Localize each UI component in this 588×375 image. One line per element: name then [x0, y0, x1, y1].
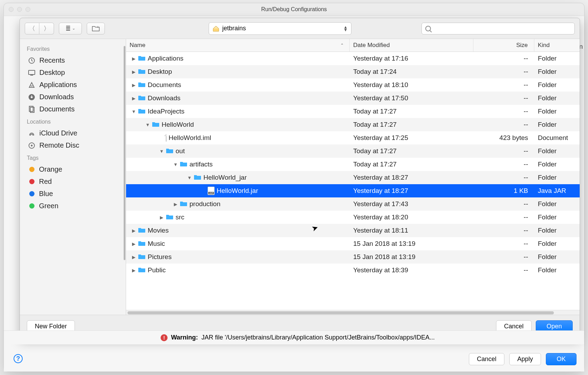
row-icon: [194, 174, 201, 182]
file-size: 1 KB: [473, 187, 534, 195]
file-kind: Document: [534, 134, 580, 142]
outer-cancel-button[interactable]: Cancel: [469, 353, 504, 365]
search-box[interactable]: [421, 23, 575, 34]
file-row[interactable]: ▼IdeaProjectsToday at 17:27--Folder: [126, 105, 580, 118]
file-name: HelloWorld: [162, 121, 194, 128]
sidebar-item-label: Red: [39, 178, 52, 186]
file-kind: Folder: [534, 121, 580, 128]
disclosure-triangle-icon[interactable]: ▼: [173, 162, 178, 167]
svg-rect-2: [29, 70, 35, 75]
file-row[interactable]: ▶Pictures15 Jan 2018 at 13:19--Folder: [126, 250, 580, 264]
chevron-updown-icon: ▲▼: [343, 26, 348, 31]
file-kind: Folder: [534, 161, 580, 168]
disclosure-triangle-icon[interactable]: ▼: [132, 109, 136, 114]
column-date[interactable]: Date Modified: [350, 39, 473, 52]
nav-back-button[interactable]: 〈: [25, 23, 39, 34]
file-row[interactable]: ▶ApplicationsYesterday at 17:16--Folder: [126, 52, 580, 65]
column-name[interactable]: Name ⌃: [126, 39, 350, 52]
disclosure-triangle-icon[interactable]: ▼: [160, 149, 164, 154]
row-icon: [138, 108, 146, 116]
outer-body: n 〈 〉 ≣ ⌄ +: [4, 16, 584, 372]
outer-apply-button[interactable]: Apply: [509, 353, 541, 365]
file-row[interactable]: HelloWorld.imlYesterday at 17:25423 byte…: [126, 131, 580, 144]
sidebar-item-documents[interactable]: Documents: [25, 103, 126, 115]
sidebar-icon: [28, 142, 36, 149]
file-size: --: [473, 174, 534, 181]
column-kind[interactable]: Kind: [534, 39, 580, 52]
file-row[interactable]: ▶productionYesterday at 17:43--Folder: [126, 197, 580, 211]
disclosure-triangle-icon[interactable]: ▶: [132, 56, 136, 61]
nav-forward-button[interactable]: 〉: [39, 23, 54, 34]
file-row[interactable]: ▶PublicYesterday at 18:39--Folder: [126, 264, 580, 277]
disclosure-triangle-icon[interactable]: ▶: [132, 83, 136, 88]
sidebar-item-icloud-drive[interactable]: iCloud Drive: [25, 127, 126, 139]
file-date: Yesterday at 18:27: [350, 187, 473, 195]
location-popup[interactable]: jetbrains ▲▼: [209, 22, 351, 35]
disclosure-triangle-icon[interactable]: ▶: [132, 96, 136, 101]
sidebar-icon: [28, 130, 36, 137]
row-icon: [166, 134, 167, 142]
jar-icon: [208, 187, 215, 195]
file-date: Yesterday at 18:39: [350, 266, 473, 274]
file-open-sheet: 〈 〉 ≣ ⌄ + jetbrains ▲▼: [20, 18, 580, 338]
file-size: --: [473, 213, 534, 221]
file-kind: Folder: [534, 68, 580, 76]
file-size: --: [473, 200, 534, 208]
help-icon[interactable]: ?: [14, 354, 23, 363]
disclosure-triangle-icon[interactable]: ▶: [160, 215, 164, 220]
sidebar-item-remote-disc[interactable]: Remote Disc: [25, 139, 126, 151]
file-row[interactable]: ▶DesktopToday at 17:24--Folder: [126, 65, 580, 78]
new-folder-icon-button[interactable]: +: [87, 23, 105, 34]
file-kind: Folder: [534, 253, 580, 261]
sidebar-tag-green[interactable]: Green: [25, 200, 126, 212]
file-row[interactable]: ▶DocumentsYesterday at 18:10--Folder: [126, 78, 580, 92]
search-input[interactable]: [434, 25, 571, 32]
sidebar-tag-red[interactable]: Red: [25, 175, 126, 188]
sidebar-item-label: Orange: [39, 165, 62, 173]
file-size: --: [473, 55, 534, 62]
file-size: --: [473, 68, 534, 76]
file-name: Documents: [148, 81, 181, 89]
window-title: Run/Debug Configurations: [4, 6, 584, 13]
horizontal-scrollbar[interactable]: [126, 310, 580, 315]
sidebar-item-desktop[interactable]: Desktop: [25, 67, 126, 79]
file-row[interactable]: ▼HelloWorldToday at 17:27--Folder: [126, 118, 580, 131]
disclosure-triangle-icon[interactable]: ▶: [132, 69, 136, 75]
disclosure-triangle-icon[interactable]: ▶: [173, 202, 178, 207]
sidebar-tag-blue[interactable]: Blue: [25, 188, 126, 200]
disclosure-triangle-icon[interactable]: ▶: [132, 241, 136, 247]
file-row[interactable]: ▶MoviesYesterday at 18:11--Folder: [126, 224, 580, 237]
sidebar-item-label: Recents: [39, 56, 65, 64]
warning-text: JAR file '/Users/jetbrains/Library/Appli…: [201, 334, 435, 341]
column-size[interactable]: Size: [473, 39, 534, 52]
file-row[interactable]: ▼HelloWorld_jarYesterday at 18:27--Folde…: [126, 171, 580, 184]
file-row[interactable]: ▶srcYesterday at 18:20--Folder: [126, 211, 580, 224]
disclosure-triangle-icon[interactable]: ▶: [132, 255, 136, 260]
disclosure-triangle-icon[interactable]: ▶: [132, 228, 136, 233]
sidebar-heading-favorites: Favorites: [27, 46, 126, 52]
disclosure-triangle-icon[interactable]: ▶: [132, 268, 136, 273]
file-row[interactable]: ▶DownloadsYesterday at 17:50--Folder: [126, 92, 580, 105]
sidebar-heading-locations: Locations: [27, 119, 126, 125]
disclosure-triangle-icon[interactable]: ▼: [187, 175, 192, 180]
row-icon: [138, 81, 146, 89]
file-row[interactable]: ▼artifactsToday at 17:27--Folder: [126, 158, 580, 171]
disclosure-triangle-icon[interactable]: ▼: [146, 122, 150, 127]
view-mode-button[interactable]: ≣ ⌄: [59, 23, 82, 34]
sidebar-item-downloads[interactable]: Downloads: [25, 91, 126, 103]
file-row[interactable]: ▼outToday at 17:27--Folder: [126, 144, 580, 158]
file-size: --: [473, 227, 534, 234]
sidebar-icon: [28, 69, 36, 77]
file-name: out: [176, 147, 185, 155]
file-name: Downloads: [148, 94, 180, 102]
row-icon: [138, 253, 146, 261]
sidebar-icon: [28, 81, 36, 89]
file-row[interactable]: HelloWorld.jarYesterday at 18:271 KBJava…: [126, 184, 580, 197]
sidebar-tag-orange[interactable]: Orange: [25, 163, 126, 175]
file-name: artifacts: [189, 161, 213, 168]
outer-ok-button[interactable]: OK: [546, 353, 577, 365]
sidebar-item-recents[interactable]: Recents: [25, 54, 126, 67]
file-row[interactable]: ▶Music15 Jan 2018 at 13:19--Folder: [126, 237, 580, 250]
sidebar-item-applications[interactable]: Applications: [25, 79, 126, 91]
file-date: 15 Jan 2018 at 13:19: [350, 253, 473, 261]
